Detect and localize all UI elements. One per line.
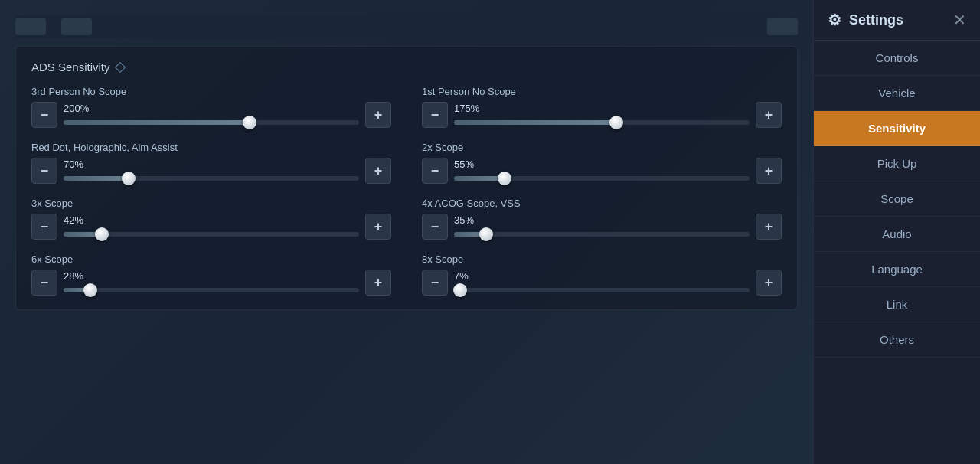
sliders-grid: 3rd Person No Scope − 200% + 1st Person … <box>31 86 782 296</box>
slider-value-4x-acog: 35% <box>454 214 750 226</box>
slider-group-8x-scope: 8x Scope − 7% + <box>422 253 782 296</box>
slider-track-8x-scope[interactable] <box>454 288 750 292</box>
slider-value-1st-person-no-scope: 175% <box>454 103 750 114</box>
minus-button-2x-scope[interactable]: − <box>422 158 448 184</box>
slider-container-6x-scope: 28% <box>64 270 359 296</box>
plus-button-red-dot[interactable]: + <box>365 158 391 184</box>
slider-label-3x-scope: 3x Scope <box>31 198 391 209</box>
slider-container-3x-scope: 42% <box>64 214 359 240</box>
slider-track-2x-scope[interactable] <box>454 176 750 181</box>
sidebar-menu: ControlsVehicleSensitivityPick UpScopeAu… <box>814 41 980 464</box>
plus-button-6x-scope[interactable]: + <box>365 270 391 296</box>
slider-container-4x-acog: 35% <box>454 214 750 240</box>
sidebar-item-audio[interactable]: Audio <box>814 217 980 252</box>
sidebar-item-language[interactable]: Language <box>814 252 980 287</box>
slider-container-1st-person-no-scope: 175% <box>454 103 750 128</box>
sidebar-item-vehicle[interactable]: Vehicle <box>814 76 980 111</box>
slider-row-6x-scope: − 28% + <box>31 270 391 296</box>
slider-container-3rd-person-no-scope: 200% <box>64 103 359 128</box>
settings-panel: ADS Sensitivity 3rd Person No Scope − 20… <box>15 46 798 310</box>
top-bar <box>15 15 798 38</box>
slider-fill-red-dot <box>64 176 129 181</box>
minus-button-3x-scope[interactable]: − <box>31 214 57 240</box>
gear-icon: ⚙ <box>828 11 841 29</box>
main-content: ADS Sensitivity 3rd Person No Scope − 20… <box>0 0 813 464</box>
sidebar-item-pickup[interactable]: Pick Up <box>814 146 980 181</box>
minus-button-red-dot[interactable]: − <box>31 158 57 184</box>
slider-group-6x-scope: 6x Scope − 28% + <box>31 253 391 296</box>
slider-thumb-8x-scope[interactable] <box>453 283 467 297</box>
slider-group-3rd-person-no-scope: 3rd Person No Scope − 200% + <box>31 86 391 128</box>
slider-label-red-dot: Red Dot, Holographic, Aim Assist <box>31 142 391 153</box>
slider-group-4x-acog: 4x ACOG Scope, VSS − 35% + <box>422 198 782 240</box>
slider-row-3rd-person-no-scope: − 200% + <box>31 102 391 128</box>
slider-value-2x-scope: 55% <box>454 158 750 170</box>
slider-value-3x-scope: 42% <box>64 214 359 226</box>
slider-value-3rd-person-no-scope: 200% <box>64 103 359 114</box>
slider-thumb-2x-scope[interactable] <box>498 172 511 185</box>
slider-label-3rd-person-no-scope: 3rd Person No Scope <box>31 86 391 97</box>
slider-label-1st-person-no-scope: 1st Person No Scope <box>422 86 782 97</box>
sidebar-item-others[interactable]: Others <box>814 322 980 358</box>
sidebar-item-scope[interactable]: Scope <box>814 181 980 217</box>
slider-container-2x-scope: 55% <box>454 158 750 184</box>
minus-button-4x-acog[interactable]: − <box>422 214 448 240</box>
slider-thumb-6x-scope[interactable] <box>83 283 97 297</box>
slider-container-8x-scope: 7% <box>454 270 750 296</box>
section-title: ADS Sensitivity <box>31 60 782 74</box>
slider-row-4x-acog: − 35% + <box>422 214 782 240</box>
slider-row-1st-person-no-scope: − 175% + <box>422 102 782 128</box>
slider-value-6x-scope: 28% <box>64 270 359 282</box>
sidebar-item-link[interactable]: Link <box>814 287 980 322</box>
slider-track-4x-acog[interactable] <box>454 232 750 237</box>
slider-track-red-dot[interactable] <box>64 176 359 181</box>
slider-label-6x-scope: 6x Scope <box>31 253 391 265</box>
plus-button-1st-person-no-scope[interactable]: + <box>756 102 782 128</box>
plus-button-3x-scope[interactable]: + <box>365 214 391 240</box>
slider-value-red-dot: 70% <box>64 158 359 170</box>
minus-button-8x-scope[interactable]: − <box>422 270 448 296</box>
slider-group-2x-scope: 2x Scope − 55% + <box>422 142 782 184</box>
sidebar-item-controls[interactable]: Controls <box>814 41 980 76</box>
slider-track-1st-person-no-scope[interactable] <box>454 120 750 125</box>
slider-row-8x-scope: − 7% + <box>422 270 782 296</box>
slider-thumb-4x-acog[interactable] <box>479 227 493 241</box>
slider-thumb-3x-scope[interactable] <box>95 227 109 241</box>
slider-group-red-dot: Red Dot, Holographic, Aim Assist − 70% + <box>31 142 391 184</box>
slider-track-3rd-person-no-scope[interactable] <box>64 120 359 125</box>
minus-button-3rd-person-no-scope[interactable]: − <box>31 102 57 128</box>
plus-button-4x-acog[interactable]: + <box>756 214 782 240</box>
slider-thumb-1st-person-no-scope[interactable] <box>609 116 623 129</box>
settings-title-text: Settings <box>849 12 903 28</box>
slider-row-3x-scope: − 42% + <box>31 214 391 240</box>
slider-group-3x-scope: 3x Scope − 42% + <box>31 198 391 240</box>
sidebar: ⚙ Settings ✕ ControlsVehicleSensitivityP… <box>813 0 980 464</box>
slider-track-6x-scope[interactable] <box>64 288 359 292</box>
slider-track-3x-scope[interactable] <box>64 232 359 237</box>
sidebar-header: ⚙ Settings ✕ <box>814 0 980 41</box>
sidebar-title: ⚙ Settings <box>828 11 903 29</box>
slider-row-red-dot: − 70% + <box>31 158 391 184</box>
slider-thumb-3rd-person-no-scope[interactable] <box>243 116 256 129</box>
plus-button-8x-scope[interactable]: + <box>756 270 782 296</box>
slider-label-8x-scope: 8x Scope <box>422 253 782 265</box>
minus-button-6x-scope[interactable]: − <box>31 270 57 296</box>
slider-container-red-dot: 70% <box>64 158 359 184</box>
plus-button-3rd-person-no-scope[interactable]: + <box>365 102 391 128</box>
plus-button-2x-scope[interactable]: + <box>756 158 782 184</box>
slider-label-4x-acog: 4x ACOG Scope, VSS <box>422 198 782 209</box>
slider-group-1st-person-no-scope: 1st Person No Scope − 175% + <box>422 86 782 128</box>
slider-label-2x-scope: 2x Scope <box>422 142 782 153</box>
slider-fill-1st-person-no-scope <box>454 120 616 125</box>
slider-fill-3rd-person-no-scope <box>64 120 250 125</box>
minus-button-1st-person-no-scope[interactable]: − <box>422 102 448 128</box>
slider-value-8x-scope: 7% <box>454 270 750 282</box>
slider-row-2x-scope: − 55% + <box>422 158 782 184</box>
close-button[interactable]: ✕ <box>953 11 966 29</box>
sidebar-item-sensitivity[interactable]: Sensitivity <box>814 111 980 146</box>
slider-thumb-red-dot[interactable] <box>122 172 136 185</box>
